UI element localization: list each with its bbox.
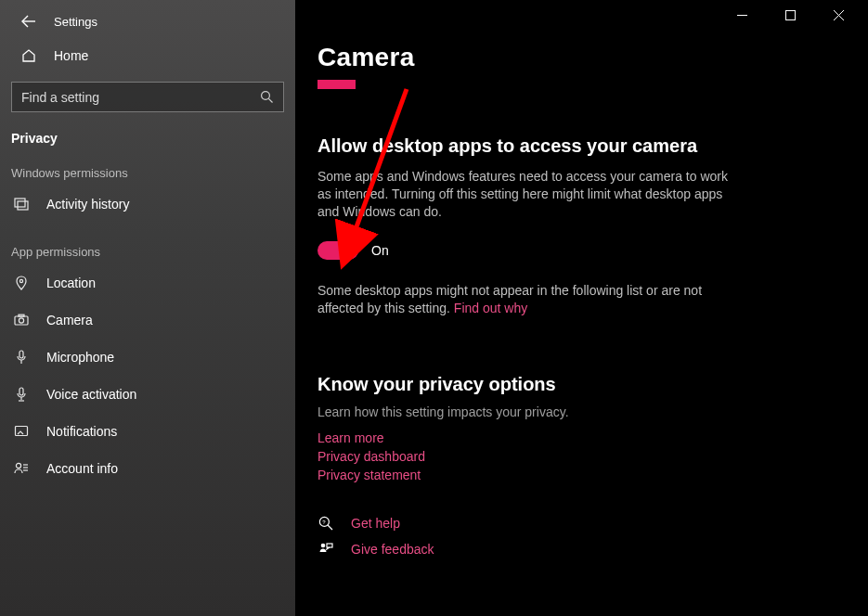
back-button[interactable] [20, 13, 37, 30]
sidebar-item-label: Account info [46, 461, 118, 476]
sidebar-item-microphone[interactable]: Microphone [0, 339, 295, 376]
svg-rect-13 [19, 351, 23, 358]
search-placeholder: Find a setting [21, 90, 99, 105]
svg-rect-18 [16, 427, 28, 436]
sidebar-item-label: Microphone [46, 350, 114, 365]
svg-point-25 [321, 544, 326, 548]
feedback-icon [317, 542, 334, 557]
sidebar-group-app-permissions: App permissions [0, 245, 295, 264]
sidebar-home-label: Home [54, 48, 88, 63]
svg-point-5 [262, 92, 270, 100]
section-heading-desktop-apps: Allow desktop apps to access your camera [317, 135, 846, 157]
main-content: Camera Allow desktop apps to access your… [295, 0, 868, 616]
sidebar-item-notifications[interactable]: Notifications [0, 413, 295, 450]
search-input[interactable]: Find a setting [11, 82, 284, 112]
privacy-options-sub: Learn how this setting impacts your priv… [317, 404, 846, 419]
privacy-options-heading: Know your privacy options [317, 374, 846, 395]
app-title: Settings [54, 15, 97, 29]
find-out-why-link[interactable]: Find out why [454, 301, 527, 315]
activity-history-icon [13, 197, 30, 212]
sidebar: Settings Home Find a setting Privacy Win… [0, 0, 295, 616]
desktop-apps-camera-toggle[interactable] [317, 241, 358, 260]
svg-point-9 [19, 279, 22, 282]
privacy-dashboard-link[interactable]: Privacy dashboard [317, 449, 846, 464]
toggle-knob [343, 245, 355, 256]
notifications-icon [13, 424, 30, 439]
give-feedback-label: Give feedback [351, 542, 434, 557]
sidebar-item-label: Activity history [46, 197, 129, 212]
voice-activation-icon [13, 387, 30, 402]
svg-rect-1 [785, 10, 795, 19]
sidebar-item-account-info[interactable]: Account info [0, 450, 295, 487]
get-help-row[interactable]: ? Get help [317, 516, 846, 531]
give-feedback-row[interactable]: Give feedback [317, 542, 846, 557]
svg-rect-8 [18, 201, 28, 210]
sidebar-item-label: Notifications [46, 424, 117, 439]
sidebar-item-voice-activation[interactable]: Voice activation [0, 376, 295, 413]
window-close-button[interactable] [825, 0, 851, 30]
app-icon-remnant [317, 80, 356, 89]
learn-more-link[interactable]: Learn more [317, 430, 846, 445]
svg-rect-15 [19, 388, 23, 395]
toggle-state-label: On [371, 243, 389, 258]
location-icon [13, 276, 30, 290]
window-minimize-button[interactable] [729, 0, 755, 30]
home-icon [20, 48, 37, 63]
microphone-icon [13, 350, 30, 365]
sidebar-group-windows-permissions: Windows permissions [0, 166, 295, 186]
sidebar-item-label: Camera [46, 313, 93, 327]
svg-text:?: ? [322, 520, 326, 525]
desktop-apps-note: Some desktop apps might not appear in th… [317, 282, 745, 317]
sidebar-item-camera[interactable]: Camera [0, 302, 295, 339]
privacy-statement-link[interactable]: Privacy statement [317, 468, 846, 482]
page-title: Camera [317, 43, 846, 72]
svg-point-19 [16, 463, 20, 468]
account-info-icon [13, 461, 30, 476]
window-maximize-button[interactable] [777, 0, 803, 30]
sidebar-current-category: Privacy [0, 127, 295, 166]
sidebar-item-activity-history[interactable]: Activity history [0, 186, 295, 223]
sidebar-item-label: Voice activation [46, 387, 136, 402]
svg-rect-7 [15, 199, 25, 207]
svg-line-6 [268, 98, 272, 102]
search-icon [260, 90, 274, 104]
camera-icon [13, 313, 30, 327]
sidebar-home[interactable]: Home [0, 39, 295, 72]
sidebar-item-label: Location [46, 276, 96, 290]
sidebar-item-location[interactable]: Location [0, 264, 295, 302]
get-help-icon: ? [317, 516, 334, 531]
svg-point-11 [19, 318, 23, 323]
svg-rect-12 [19, 314, 24, 316]
get-help-label: Get help [351, 516, 400, 531]
svg-rect-26 [327, 544, 332, 547]
section-description: Some apps and Windows features need to a… [317, 168, 745, 221]
